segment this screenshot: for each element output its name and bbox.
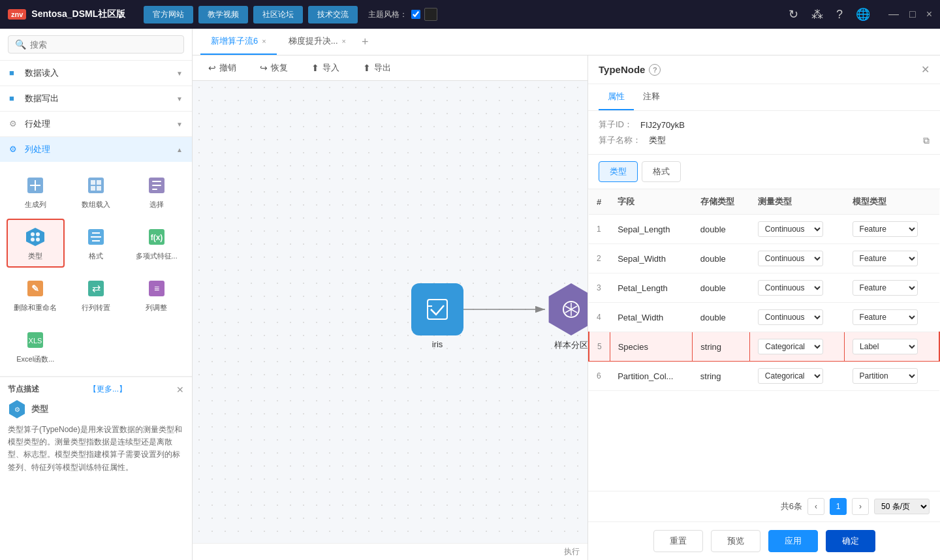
section-label-row-process: 行处理 — [25, 118, 171, 130]
flow-node-iris[interactable]: iris — [411, 283, 463, 349]
svg-rect-7 — [97, 186, 101, 191]
measurement-select-3[interactable]: ContinuousCategoricalOrdinalFlag — [758, 309, 823, 325]
undo-btn[interactable]: ↩ 撤销 — [203, 59, 242, 76]
section-header-col-process[interactable]: ⚙ 列处理 ▲ — [0, 137, 192, 162]
app-name: Sentosa_DSML社区版 — [31, 8, 125, 20]
nav-btn-3[interactable]: 技术交流 — [308, 6, 358, 23]
page-1-btn[interactable]: 1 — [830, 498, 847, 515]
export-btn[interactable]: ⬆ 导出 — [358, 59, 396, 76]
nav-btn-1[interactable]: 教学视频 — [198, 6, 248, 23]
measurement-select-2[interactable]: ContinuousCategoricalOrdinalFlag — [758, 280, 823, 296]
tool-col-adjust[interactable]: ≡ 列调整 — [127, 270, 185, 319]
model-select-0[interactable]: FeatureLabelPartitionNone — [853, 221, 918, 237]
cell-model-5[interactable]: FeatureLabelPartitionNone — [845, 362, 939, 391]
model-select-5[interactable]: FeatureLabelPartitionNone — [853, 368, 918, 384]
node-desc-name: 类型 — [31, 403, 48, 415]
globe-icon[interactable]: 🌐 — [856, 7, 870, 22]
preview-btn[interactable]: 预览 — [711, 530, 760, 552]
svg-point-16 — [36, 238, 40, 241]
measurement-select-0[interactable]: ContinuousCategoricalOrdinalFlag — [758, 221, 823, 237]
cell-measurement-5[interactable]: ContinuousCategoricalOrdinalFlag — [750, 362, 845, 391]
cell-measurement-0[interactable]: ContinuousCategoricalOrdinalFlag — [750, 215, 845, 244]
maximize-btn[interactable]: □ — [909, 8, 916, 20]
panel-tab-notes[interactable]: 注释 — [634, 84, 669, 110]
import-label: 导入 — [322, 62, 339, 74]
nav-btn-0[interactable]: 官方网站 — [144, 6, 193, 23]
share-icon[interactable]: ⁂ — [811, 7, 823, 22]
tool-group-input[interactable]: 数组载入 — [67, 167, 125, 216]
tool-select[interactable]: 选择 — [127, 167, 185, 216]
confirm-btn[interactable]: 确定 — [826, 530, 875, 552]
cell-num-1: 2 — [589, 244, 610, 273]
tool-label-group-input: 数组载入 — [82, 200, 110, 210]
cell-field-0: Sepal_Length — [610, 215, 693, 244]
measurement-select-1[interactable]: ContinuousCategoricalOrdinalFlag — [758, 251, 823, 266]
model-select-1[interactable]: FeatureLabelPartitionNone — [853, 251, 918, 266]
model-select-4[interactable]: FeatureLabelPartitionNone — [853, 339, 918, 354]
tab-add-btn[interactable]: + — [358, 35, 373, 49]
copy-icon[interactable]: ⧉ — [923, 135, 930, 146]
more-link[interactable]: 【更多...】 — [89, 384, 127, 395]
tool-delete-rename[interactable]: ✎ 删除和重命名 — [7, 270, 65, 319]
theme-checkbox[interactable] — [411, 10, 420, 19]
flow-node-sample[interactable]: 样本分区 — [545, 283, 588, 351]
model-select-3[interactable]: FeatureLabelPartitionNone — [853, 309, 918, 325]
search-input[interactable] — [30, 40, 177, 50]
cell-model-1[interactable]: FeatureLabelPartitionNone — [845, 244, 939, 273]
nav-btn-2[interactable]: 社区论坛 — [253, 6, 303, 23]
tab-1-close[interactable]: × — [342, 37, 346, 45]
tool-excel-func[interactable]: XLS Excel函数... — [7, 322, 65, 371]
tab-1[interactable]: 梯度提升决... × — [278, 29, 356, 55]
theme-dark-btn[interactable] — [424, 8, 437, 21]
minimize-btn[interactable]: — — [888, 8, 899, 20]
cell-measurement-3[interactable]: ContinuousCategoricalOrdinalFlag — [750, 303, 845, 332]
cell-measurement-2[interactable]: ContinuousCategoricalOrdinalFlag — [750, 273, 845, 303]
section-header-row-process[interactable]: ⚙ 行处理 ▼ — [0, 112, 192, 136]
tool-format[interactable]: 格式 — [67, 219, 125, 268]
cell-measurement-4[interactable]: ContinuousCategoricalOrdinalFlag — [750, 332, 845, 362]
cell-measurement-1[interactable]: ContinuousCategoricalOrdinalFlag — [750, 244, 845, 273]
tool-multi-feature[interactable]: f(x) 多项式特征... — [127, 219, 185, 268]
model-select-2[interactable]: FeatureLabelPartitionNone — [853, 280, 918, 296]
redo-btn[interactable]: ↪ 恢复 — [255, 59, 293, 76]
section-header-data-output[interactable]: ■ 数据写出 ▼ — [0, 86, 192, 111]
page-next-btn[interactable]: › — [852, 498, 869, 515]
section-header-data-input[interactable]: ■ 数据读入 ▼ — [0, 61, 192, 86]
cell-model-4[interactable]: FeatureLabelPartitionNone — [845, 332, 939, 362]
help-icon[interactable]: ? — [836, 8, 843, 22]
svg-rect-10 — [152, 185, 161, 186]
apply-btn[interactable]: 应用 — [768, 530, 818, 552]
sub-tab-type[interactable]: 类型 — [599, 161, 638, 182]
cell-model-0[interactable]: FeatureLabelPartitionNone — [845, 215, 939, 244]
refresh-icon[interactable]: ↻ — [789, 7, 798, 22]
node-desc-node-icon: ⚙ — [8, 400, 26, 418]
cell-model-3[interactable]: FeatureLabelPartitionNone — [845, 303, 939, 332]
search-wrap[interactable]: 🔍 — [8, 35, 184, 54]
page-prev-btn[interactable]: ‹ — [807, 498, 824, 515]
per-page-select[interactable]: 50 条/页 20 条/页 100 条/页 — [874, 499, 930, 514]
reset-btn[interactable]: 重置 — [653, 530, 703, 552]
sidebar-section-col-process: ⚙ 列处理 ▲ 生成列 数组载入 — [0, 137, 192, 377]
search-icon: 🔍 — [15, 39, 26, 50]
undo-label: 撤销 — [219, 62, 236, 74]
import-btn[interactable]: ⬆ 导入 — [306, 59, 345, 76]
tool-type[interactable]: 类型 — [7, 219, 65, 268]
sub-tab-format[interactable]: 格式 — [642, 161, 681, 182]
tool-label-delete-rename: 删除和重命名 — [14, 303, 57, 313]
node-desc-section-label: 节点描述 — [8, 384, 39, 395]
tab-0-close[interactable]: × — [262, 37, 266, 45]
panel-help-btn[interactable]: ? — [649, 64, 661, 76]
canvas[interactable]: iris 样本分区 — [193, 81, 588, 543]
panel-tab-properties[interactable]: 属性 — [599, 84, 634, 110]
tab-0[interactable]: 新增算子流6 × — [200, 29, 277, 55]
tool-row-transform[interactable]: ⇄ 行列转置 — [67, 270, 125, 319]
panel-close-btn[interactable]: ✕ — [921, 63, 930, 76]
measurement-select-5[interactable]: ContinuousCategoricalOrdinalFlag — [758, 368, 823, 384]
data-table: # 字段 存储类型 测量类型 模型类型 1 Sepal_Length doubl… — [588, 189, 940, 491]
measurement-select-4[interactable]: ContinuousCategoricalOrdinalFlag — [758, 339, 823, 354]
cell-model-2[interactable]: FeatureLabelPartitionNone — [845, 273, 939, 303]
node-desc-close-icon[interactable]: ✕ — [176, 384, 184, 395]
close-btn[interactable]: × — [926, 8, 932, 20]
svg-rect-11 — [152, 189, 157, 190]
tool-generate-col[interactable]: 生成列 — [7, 167, 65, 216]
